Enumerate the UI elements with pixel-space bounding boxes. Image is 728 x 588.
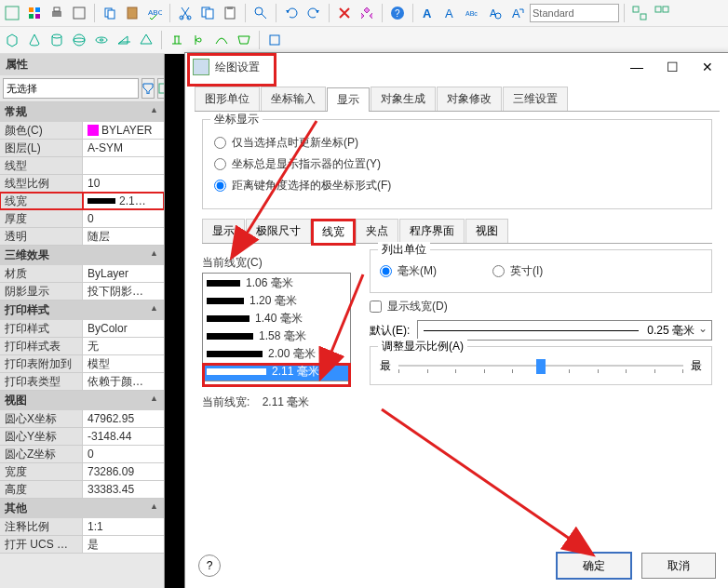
lineweight-list[interactable]: 1.00 毫米1.06 毫米1.20 毫米1.40 毫米1.58 毫米2.00 … [202,273,351,381]
tab-display[interactable]: 显示 [327,87,370,112]
subtab-limits[interactable]: 极限尺寸 [246,219,311,243]
tab-obj-create[interactable]: 对象生成 [371,87,436,111]
svg-rect-15 [206,9,213,19]
paste-icon[interactable] [122,3,142,23]
main-tab-bar: 图形单位 坐标输入 显示 对象生成 对象修改 三维设置 [195,87,720,112]
toolbar-icon[interactable] [357,3,377,23]
cut-icon[interactable] [175,3,195,23]
text-find-a[interactable]: A [485,3,506,23]
tab-coord-input[interactable]: 坐标输入 [261,87,326,111]
color-swatch [88,125,99,136]
loft-icon[interactable] [234,30,254,50]
svg-rect-1 [29,7,34,12]
subtab-display[interactable]: 显示 [202,219,245,243]
extrude-icon[interactable] [167,30,187,50]
svg-text:?: ? [395,8,400,19]
svg-point-12 [180,16,183,20]
check-show-lw[interactable]: 显示线宽(D) [370,299,712,314]
sweep-icon[interactable] [211,30,232,50]
redo-icon[interactable] [303,3,324,23]
ok-button[interactable]: 确定 [556,552,632,580]
search-icon[interactable] [250,3,271,23]
toolbar-icon[interactable] [24,3,45,23]
revolve-icon[interactable] [189,30,209,50]
section-general[interactable]: 常规 [0,102,164,122]
subtab-ui[interactable]: 程序界面 [399,219,465,243]
subtab-view[interactable]: 视图 [465,219,508,243]
radio-update-on-pick[interactable]: 仅当选择点时更新坐标(P) [214,135,700,151]
svg-text:ABC: ABC [148,8,162,17]
properties-title: 属性 [0,54,164,75]
section-printstyle[interactable]: 打印样式 [0,301,164,320]
lineweight-item[interactable]: 1.58 毫米 [203,327,350,345]
solid-sphere-icon[interactable] [69,30,89,50]
svg-rect-4 [35,14,40,19]
subtab-lineweight[interactable]: 线宽 [312,220,355,244]
default-lw-combo[interactable]: 0.25 毫米 [417,320,712,341]
svg-rect-28 [640,14,646,20]
ungroup-icon[interactable] [652,3,672,23]
current-lw-readout: 当前线宽: 2.11 毫米 [202,394,351,410]
pickadd-icon[interactable] [157,78,165,99]
maximize-button[interactable]: ☐ [658,56,686,78]
text-scale-a[interactable]: A [507,3,528,23]
drawing-settings-dialog: 绘图设置 — ☐ ✕ 图形单位 坐标输入 显示 对象生成 对象修改 三维设置 坐… [184,52,728,588]
qselect-icon[interactable] [142,78,155,99]
text-style-abc[interactable]: ABc [463,3,483,23]
lineweight-item[interactable]: 1.06 毫米 [203,274,350,292]
solid-torus-icon[interactable] [91,30,112,50]
print-icon[interactable] [47,3,67,23]
svg-rect-0 [6,7,19,20]
minimize-button[interactable]: — [623,56,651,78]
text-style-a[interactable]: A [418,3,438,23]
svg-point-31 [52,34,61,38]
solid-cube-icon[interactable] [2,30,22,50]
solid-pyramid-icon[interactable] [136,30,156,50]
scale-slider[interactable] [398,356,683,375]
svg-point-34 [96,37,107,43]
help-icon[interactable]: ? [387,3,408,23]
section-misc[interactable]: 其他 [0,499,164,518]
solid-wedge-icon[interactable] [114,30,134,50]
toolbar-icon[interactable] [2,3,22,23]
drawing-canvas[interactable] [165,54,186,588]
lineweight-item[interactable]: 1.20 毫米 [203,292,350,310]
lineweight-item[interactable]: 2.11 毫米 [203,363,350,381]
svg-rect-9 [108,10,115,19]
selection-combo[interactable] [3,78,139,99]
solid-cylinder-icon[interactable] [47,30,67,50]
lineweight-row[interactable]: 线宽2.1… [0,193,164,210]
delete-icon[interactable] [334,3,355,23]
radio-inch[interactable]: 英寸(I) [492,263,543,279]
undo-icon[interactable] [281,3,302,23]
lineweight-item[interactable]: 2.00 毫米 [203,345,350,363]
close-button[interactable]: ✕ [694,56,721,78]
toolbar-icon[interactable] [69,3,89,23]
solid-cone-icon[interactable] [24,30,45,50]
dialog-icon [193,59,209,75]
tab-units[interactable]: 图形单位 [195,87,260,111]
subtab-grips[interactable]: 夹点 [356,219,398,243]
text-style-combo[interactable] [530,4,619,22]
toolbar-icon[interactable] [264,30,285,50]
copy-icon[interactable] [100,3,120,23]
dialog-titlebar[interactable]: 绘图设置 — ☐ ✕ [185,53,728,81]
copy-icon[interactable] [197,3,218,23]
paste-icon[interactable] [220,3,240,23]
section-view[interactable]: 视图 [0,391,164,410]
tab-3d-settings[interactable]: 三维设置 [503,87,568,111]
radio-mm[interactable]: 毫米(M) [380,263,437,279]
svg-rect-7 [74,7,85,19]
radio-polar[interactable]: 距离键角度选择的极坐标形式(F) [214,178,700,194]
lineweight-item[interactable]: 1.40 毫米 [203,310,350,327]
group-icon[interactable] [629,3,650,23]
help-button[interactable]: ? [198,555,221,577]
section-3deffects[interactable]: 三维效果 [0,246,164,265]
toolbar-row-2 [0,27,728,54]
spellcheck-icon[interactable]: ABC [144,3,165,23]
svg-rect-36 [270,35,279,45]
cancel-button[interactable]: 取消 [641,553,716,579]
radio-always-show[interactable]: 坐标总是显示指示器的位置(Y) [214,156,700,172]
text-style-a[interactable]: A [440,3,461,23]
tab-obj-modify[interactable]: 对象修改 [437,87,502,111]
